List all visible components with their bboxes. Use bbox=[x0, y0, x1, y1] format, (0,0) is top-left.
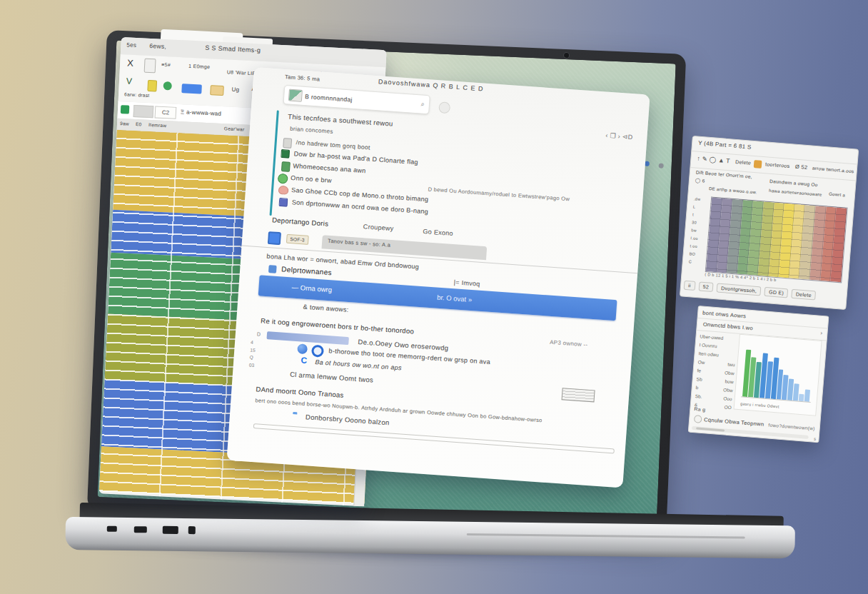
heatmap-grid[interactable] bbox=[705, 196, 848, 283]
panel-title-row: Y (4B Part = 6 81 S bbox=[698, 140, 752, 151]
ribbon-label: ≡5# bbox=[161, 62, 171, 68]
col-header[interactable]: Itemraw bbox=[148, 122, 167, 128]
chart-bar bbox=[799, 394, 804, 402]
yellow-style-icon[interactable] bbox=[147, 80, 157, 92]
paragraph-text: bert ono ooos bend borse-wo Noupwn-b. At… bbox=[255, 397, 542, 423]
cut-icon[interactable]: X bbox=[127, 57, 134, 68]
chart-bar bbox=[804, 389, 810, 402]
tab-items[interactable]: S S Smad Items-g bbox=[205, 44, 261, 54]
tab-file[interactable]: 5es bbox=[126, 41, 136, 49]
dialog-tab-options[interactable]: Go Exono bbox=[423, 228, 453, 237]
margin-markers: 4 15 Q 03 bbox=[249, 339, 257, 369]
panel-footer-button[interactable]: Delete bbox=[791, 288, 816, 300]
list-item-extra: D bewd Ou Aordoumamy/roduel to Ewtwstrew… bbox=[428, 186, 570, 202]
panel-footer: ii52Dvontgrwssoh,GD E)Delete bbox=[683, 278, 844, 305]
dialog-window: Tam 36: 5 ma Daovoshfwawa Q R B L C E D … bbox=[226, 67, 650, 488]
green-circle-icon[interactable] bbox=[163, 81, 172, 91]
panel-footer-button[interactable]: GD E) bbox=[764, 286, 789, 298]
section-heading-2: DAnd moortt Oono Tranoas bbox=[256, 385, 344, 399]
option-label: DE arthp a wwoo.o.ow. bbox=[709, 186, 757, 194]
radio-option[interactable]: ◯ 6 bbox=[695, 178, 705, 184]
port-icon bbox=[134, 526, 147, 533]
spinner-row-label[interactable]: Cl arma lenww Oomt twos bbox=[290, 371, 374, 384]
port-icon bbox=[107, 526, 117, 532]
folder-icon[interactable] bbox=[210, 85, 224, 96]
dialog-titlebar-left: Tam 36: 5 ma bbox=[285, 74, 321, 82]
chart-panel: bont onws Aowrs Onwnctd bbws I.wo › Uber… bbox=[688, 306, 829, 443]
port-icon bbox=[188, 526, 196, 534]
scrollbar-thumb[interactable] bbox=[696, 427, 725, 431]
option-label: hawa aorteneraonooware bbox=[769, 188, 822, 197]
option-label: Daundwm a owug Oo bbox=[769, 178, 818, 187]
blue-grid-icon[interactable] bbox=[268, 231, 281, 245]
webcam-icon bbox=[563, 52, 570, 59]
layer-row-label[interactable]: Onwnctd bbws I.wo bbox=[703, 321, 754, 332]
toolbar-mid[interactable]: Ø 52 bbox=[795, 163, 808, 171]
name-box[interactable]: C2 bbox=[155, 106, 177, 119]
chart-footer-left[interactable]: Cqnulw Obwa Teopnwn bbox=[704, 416, 764, 428]
dialog-intro-line: This tecnfoes a southwest rewou bbox=[288, 112, 393, 127]
toolbar-label: arrow twnort.a.oos bbox=[812, 166, 854, 174]
list-item[interactable]: /no hadrew tom gorq boot bbox=[296, 139, 370, 151]
ribbon-label: 1 E0mge bbox=[188, 64, 210, 69]
ring-icon bbox=[311, 345, 324, 358]
delete-button[interactable]: Delete bbox=[735, 159, 752, 166]
progress-prefix: D bbox=[257, 331, 261, 336]
section-right-label: AP3 ownow -- bbox=[550, 339, 588, 348]
row-icon bbox=[268, 265, 277, 273]
col-header[interactable]: E0 bbox=[136, 121, 142, 126]
chart-footer-right: fowo?downtwown(w) bbox=[768, 422, 815, 431]
chart-x-labels: gasru i rrwbu Odwvt bbox=[740, 401, 779, 408]
port-icon bbox=[163, 526, 178, 534]
folder-row-label[interactable]: Donborsbry Ooono balzon bbox=[306, 413, 390, 426]
dialog-window-controls[interactable]: ‹ ❐ › ⊲D bbox=[605, 132, 633, 141]
dialog-tab-general[interactable]: Deportango Doris bbox=[272, 216, 329, 228]
row-label[interactable]: Delprtownanes bbox=[281, 265, 332, 276]
col-header[interactable]: Gear'war bbox=[224, 126, 245, 131]
search-icon[interactable]: ⌕ bbox=[420, 100, 425, 108]
chevron-right-icon[interactable]: › bbox=[820, 330, 823, 336]
toolbar-label: toorteroos bbox=[765, 161, 790, 168]
list-item[interactable]: Onn oo e brw bbox=[291, 174, 332, 184]
toolbar-badge[interactable]: SOF-3 bbox=[286, 234, 308, 245]
browser-icon: C bbox=[301, 356, 308, 366]
tab-home[interactable]: 6ews, bbox=[149, 42, 166, 50]
search-clear-button[interactable] bbox=[438, 101, 450, 114]
checkmark-icon[interactable]: V bbox=[126, 76, 133, 86]
document-icon bbox=[283, 138, 292, 148]
scrollbar-label: s bbox=[814, 437, 817, 441]
desktop-dot-icon[interactable] bbox=[659, 163, 664, 168]
desktop-dot-icon[interactable] bbox=[671, 165, 675, 170]
paste-icon[interactable] bbox=[144, 59, 156, 74]
panel-footer-button[interactable]: 52 bbox=[698, 281, 713, 292]
toolbar-icons[interactable]: ↑ ✎ ◯ ▲ T bbox=[697, 155, 730, 165]
panel-footer-button[interactable]: ii bbox=[684, 280, 696, 290]
progress-track bbox=[253, 423, 615, 453]
radio-icon[interactable] bbox=[694, 415, 702, 423]
sheet-icon bbox=[121, 105, 130, 114]
spinner-box[interactable] bbox=[562, 388, 595, 402]
option-label: Gowrt a bbox=[829, 192, 846, 198]
option-line[interactable]: Ba ot hours ow wo.nt on aps bbox=[315, 358, 402, 371]
mode-box[interactable] bbox=[133, 105, 154, 118]
ribbon-group-labels: 6arw: drast bbox=[124, 91, 150, 98]
panel-footer-button[interactable]: Dvontgrwssoh, bbox=[717, 283, 762, 296]
selected-row-label: — Orna owrg bbox=[291, 283, 332, 293]
scene: 5es 6ews, S S Smad Items-g X ≡5# 1 E0mge… bbox=[0, 0, 868, 594]
selected-row[interactable]: — Orna owrg br. O ovat » bbox=[258, 275, 617, 321]
formula-input[interactable]: Ξ a-wwwa-wad bbox=[181, 109, 222, 117]
globe-icon bbox=[278, 173, 288, 184]
blue-button-icon[interactable] bbox=[181, 84, 202, 94]
sub-row-label[interactable]: & town awows: bbox=[303, 303, 348, 313]
search-box[interactable]: B roomnnnandaj ⌕ bbox=[283, 85, 430, 114]
heatmap-panel: Y (4B Part = 6 81 S ↑ ✎ ◯ ▲ T Delete too… bbox=[680, 136, 859, 310]
trash-icon bbox=[281, 161, 291, 172]
accent-bar bbox=[270, 110, 279, 216]
dialog-tab-groups[interactable]: Croupewy bbox=[363, 223, 394, 232]
chart-note: Ra g bbox=[694, 406, 706, 412]
heatmap-axis-labels: .dw L t 30 bw I.oo t.oo BO C bbox=[688, 195, 701, 266]
list-item[interactable]: Whomeoecsao ana awn bbox=[293, 162, 366, 174]
search-input[interactable]: B roomnnnandaj bbox=[305, 93, 353, 104]
col-header[interactable]: 9aw bbox=[120, 121, 129, 126]
selected-row-value: br. O ovat » bbox=[437, 293, 473, 303]
